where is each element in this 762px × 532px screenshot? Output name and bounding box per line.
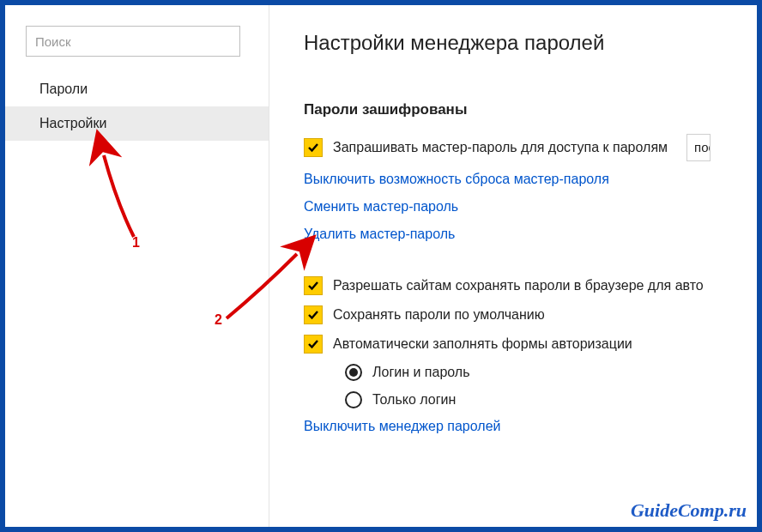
label-radio-login-only: Только логин [372,392,456,408]
link-delete-master[interactable]: Удалить мастер-пароль [304,227,757,242]
label-radio-login-password: Логин и пароль [372,365,470,380]
link-disable-reset[interactable]: Выключить возможность сброса мастер-паро… [304,172,757,187]
layout-columns: Пароли Настройки Настройки менеджера пар… [5,5,757,527]
sidebar: Пароли Настройки [5,5,269,527]
radio-login-only[interactable] [345,391,362,408]
label-allow-save: Разрешать сайтам сохранять пароли в брау… [333,278,704,293]
watermark: GuideComp.ru [631,499,747,522]
row-save-default: Сохранять пароли по умолчанию [304,305,757,324]
row-allow-save: Разрешать сайтам сохранять пароли в брау… [304,276,757,295]
checkbox-save-default[interactable] [304,305,323,324]
search-wrapper [5,26,269,72]
section-title-encrypted: Пароли зашифрованы [304,101,757,118]
label-save-default: Сохранять пароли по умолчанию [333,307,545,323]
annotation-number-1: 1 [132,235,140,251]
page-title: Настройки менеджера паролей [304,31,757,55]
dropdown-master-interval[interactable]: пос [686,134,711,161]
annotation-number-2: 2 [215,312,222,328]
row-autofill: Автоматически заполнять формы авторизаци… [304,335,757,354]
checkbox-allow-save[interactable] [304,276,323,295]
radio-login-password[interactable] [345,364,362,381]
label-require-master: Запрашивать мастер-пароль для доступа к … [333,140,668,155]
sidebar-item-settings[interactable]: Настройки [5,106,269,141]
link-disable-manager[interactable]: Выключить менеджер паролей [304,419,757,434]
row-require-master: Запрашивать мастер-пароль для доступа к … [304,134,757,161]
row-radio-login-only: Только логин [345,391,757,408]
search-input[interactable] [26,26,240,57]
link-change-master[interactable]: Сменить мастер-пароль [304,199,757,215]
app-frame: Пароли Настройки Настройки менеджера пар… [0,0,762,532]
row-radio-login-password: Логин и пароль [345,364,757,381]
main-content: Настройки менеджера паролей Пароли зашиф… [269,5,757,527]
sidebar-item-passwords[interactable]: Пароли [5,72,269,106]
label-autofill: Автоматически заполнять формы авторизаци… [333,336,632,352]
checkbox-autofill[interactable] [304,335,323,354]
checkbox-require-master[interactable] [304,138,323,157]
